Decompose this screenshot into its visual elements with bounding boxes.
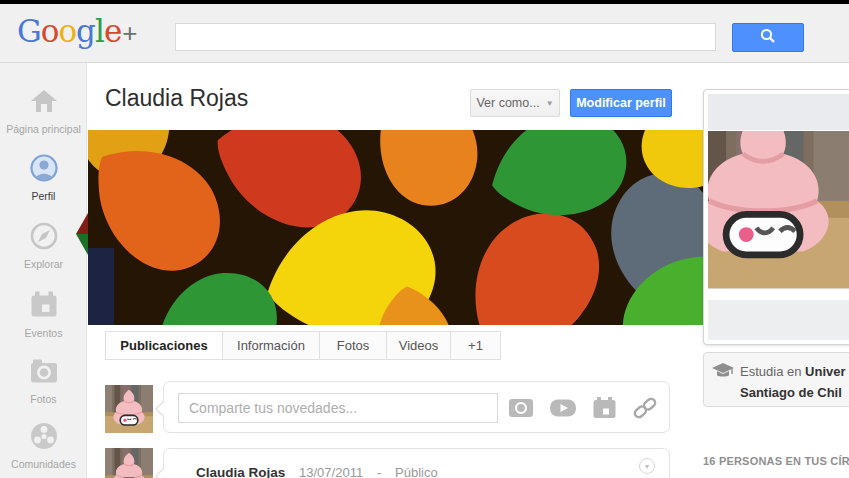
cover-nav-pointer [76,213,88,255]
photo-card-header [708,94,849,130]
logo-plus-sign: + [122,18,136,48]
search-button[interactable] [732,23,804,52]
video-icon[interactable] [550,396,576,420]
edit-profile-button[interactable]: Modificar perfil [570,89,672,117]
tab-plus-one[interactable]: +1 [451,331,501,360]
link-icon[interactable] [632,396,658,420]
tab-publicaciones[interactable]: Publicaciones [105,331,223,360]
profile-tabs: Publicaciones Información Fotos Videos +… [105,331,501,360]
post-author-link[interactable]: Claudia Rojas [196,465,285,478]
share-input[interactable] [178,393,498,423]
avatar[interactable] [105,385,153,433]
post-composer [163,381,670,433]
post-item[interactable]: Claudia Rojas 13/07/2011 - Público ▼ [163,448,670,478]
profile-photo-card[interactable] [703,89,849,345]
view-as-button[interactable]: Ver como... ▼ [470,89,560,117]
post-collapse-button[interactable]: ▼ [639,458,655,474]
post-separator: - [377,465,381,478]
sidebar-item-events[interactable]: Eventos [0,290,87,339]
education-info-card: Estudia en Univer Santiago de Chil [703,352,849,407]
post-date: 13/07/2011 [299,465,363,478]
events-icon [29,290,59,320]
circles-heading: 16 PERSONAS EN TUS CÍRCUL [703,455,849,467]
sidebar-item-explore[interactable]: Explorar [0,221,87,270]
google-plus-logo[interactable]: Google+ [17,13,136,49]
event-icon[interactable] [592,396,618,420]
home-icon [29,86,59,116]
avatar[interactable] [105,448,153,478]
camera-icon[interactable] [508,396,534,420]
left-nav-ribbon: Página principal Perfil Explorar Eventos… [0,63,87,478]
tab-videos[interactable]: Videos [387,331,451,360]
search-icon [759,27,777,49]
cover-photo[interactable] [88,130,703,325]
cover-photo-image [88,130,703,325]
search-input[interactable] [175,23,716,51]
profile-icon [29,153,59,183]
chevron-down-icon: ▼ [546,99,554,108]
post-visibility[interactable]: Público [395,465,438,478]
post-byline: Claudia Rojas 13/07/2011 - Público [196,465,438,478]
app-header: Google+ [0,4,849,63]
sidebar-item-communities[interactable]: Comunidades [0,421,87,470]
profile-photo[interactable] [708,131,849,299]
explore-icon [29,221,59,251]
sidebar-item-profile[interactable]: Perfil [0,153,87,202]
profile-main-area: Claudia Rojas Ver como... ▼ Modificar pe… [88,63,703,478]
education-text: Estudia en Univer Santiago de Chil [740,361,846,403]
chevron-down-icon: ▼ [644,463,651,470]
photo-card-footer [708,300,849,340]
graduation-cap-icon [712,363,734,379]
sidebar-item-photos[interactable]: Fotos [0,356,87,405]
tab-fotos[interactable]: Fotos [320,331,387,360]
page-title: Claudia Rojas [105,85,248,112]
sidebar-item-home[interactable]: Página principal [0,86,87,135]
photos-icon [29,356,59,386]
tab-informacion[interactable]: Información [223,331,320,360]
communities-icon [29,421,59,451]
